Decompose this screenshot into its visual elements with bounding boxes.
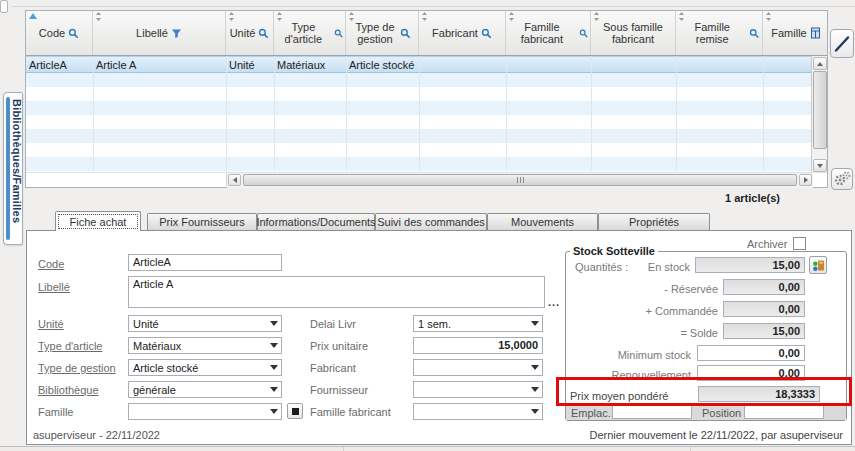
ellipsis-text: ... [548,296,560,308]
column-resize-icon [348,12,355,21]
chevron-down-icon [267,365,281,370]
famille-dropdown[interactable] [128,403,282,420]
delai-livr-label: Delai Livr [310,318,356,330]
search-icon[interactable] [258,28,269,39]
column-header-libelle[interactable]: Libellé [93,11,226,55]
tab-informations-documents[interactable]: Informations/Documents [257,213,375,230]
famille-fabricant-label: Famille fabricant [310,406,391,418]
search-icon[interactable] [749,28,760,39]
bibliotheque-label[interactable]: Bibliothèque [38,384,99,396]
settings-button[interactable] [831,168,853,190]
fournisseur-label: Fournisseur [310,384,368,396]
arrow-left-icon [233,177,237,183]
edit-tool-button[interactable] [830,29,854,58]
horizontal-scrollbar-row [26,172,827,187]
chevron-down-icon [267,409,281,414]
search-icon[interactable] [481,28,492,39]
libelle-textarea[interactable]: Article A [128,276,545,308]
column-header-sous-famille-fabricant[interactable]: Sous famille fabricant [591,11,676,55]
commandee-label: + Commandée [628,305,718,317]
cell-type-gestion: Article stocké [349,59,414,71]
delai-livr-dropdown[interactable]: 1 sem. [413,315,543,332]
reservee-value: 0,00 [723,279,805,295]
unite-dropdown[interactable]: Unité [128,315,282,332]
black-square-icon [292,408,299,415]
column-chooser-icon[interactable] [810,27,821,39]
cell-libelle: Article A [96,59,136,71]
search-icon[interactable] [68,28,79,39]
cell-type-article: Matériaux [277,59,325,71]
type-gestion-dropdown[interactable]: Article stocké [128,359,282,376]
solde-label: = Solde [628,327,718,339]
tab-fiche-achat[interactable]: Fiche achat [55,211,141,231]
column-header-famille-fabricant[interactable]: Famille fabricant [506,11,591,55]
last-movement-stamp: Dernier mouvement le 22/11/2022, par asu… [589,429,843,441]
search-icon[interactable] [334,28,343,39]
grid-header-row: Code Libellé Unité Type d'article Ty [26,11,827,56]
famille-stop-button[interactable] [287,403,303,419]
scroll-left-button[interactable] [228,174,241,186]
scroll-right-button[interactable] [799,174,812,186]
filter-icon[interactable] [171,28,182,39]
search-icon[interactable] [400,28,411,39]
window-edge-chip [0,0,8,13]
vertical-scroll-thumb[interactable] [813,71,827,149]
stock-chart-icon [812,259,825,272]
pen-icon [833,34,851,54]
code-input[interactable]: ArticleA [128,254,282,271]
famille-fabricant-dropdown[interactable] [413,403,543,420]
tab-prix-fournisseurs[interactable]: Prix Fournisseurs [147,213,257,230]
stock-detail-button[interactable] [809,256,827,274]
renouvellement-input[interactable]: 0,00 [697,365,805,381]
code-label[interactable]: Code [38,258,64,270]
column-header-type-gestion[interactable]: Type de gestion [346,11,419,55]
type-article-label[interactable]: Type d'article [38,340,102,352]
emplac-input[interactable] [612,405,692,419]
reservee-label: - Réservée [628,283,718,295]
column-header-unite[interactable]: Unité [226,11,274,55]
scroll-down-button[interactable] [813,159,827,172]
prix-unitaire-input[interactable]: 15,0000 [413,337,543,354]
type-gestion-label[interactable]: Type de gestion [38,362,116,374]
article-count: 1 article(s) [600,192,780,204]
cell-code: ArticleA [29,59,67,71]
column-resize-icon [95,12,102,21]
scroll-up-button[interactable] [813,57,827,70]
tab-proprietes[interactable]: Propriétés [598,213,710,230]
horizontal-scroll-thumb[interactable] [243,174,797,186]
column-header-famille[interactable]: Famille [763,11,829,55]
search-icon[interactable] [579,28,588,39]
type-article-dropdown[interactable]: Matériaux [128,337,282,354]
horizontal-scrollbar[interactable] [226,173,813,188]
gears-icon [834,171,851,187]
tab-mouvements[interactable]: Mouvements [487,213,598,230]
column-header-fabricant[interactable]: Fabricant [419,11,506,55]
renouvellement-label: Renouvellement [601,369,691,381]
fabricant-dropdown[interactable] [413,359,543,376]
prix-unitaire-label: Prix unitaire [310,340,368,352]
tab-suivi-des-commandes[interactable]: Suivi des commandes [375,213,487,230]
chevron-down-icon [528,321,542,326]
sidebar-tab-bibliotheques-familles[interactable]: Bibliothèques/Familles [3,92,23,245]
vertical-scrollbar[interactable] [811,56,827,173]
solde-value: 15,00 [723,323,805,339]
bottom-strip [0,446,855,451]
tab-accent-stripe [6,97,10,240]
bibliotheque-dropdown[interactable]: générale [128,381,282,398]
position-input[interactable] [744,405,824,419]
column-resize-icon [421,12,428,21]
fournisseur-dropdown[interactable] [413,381,543,398]
column-header-type-article[interactable]: Type d'article [274,11,346,55]
archiver-checkbox[interactable] [793,237,806,250]
chevron-down-icon [267,387,281,392]
minimum-stock-input[interactable]: 0,00 [697,345,805,361]
column-header-famille-remise[interactable]: Famille remise [676,11,763,55]
sort-ascending-icon [29,13,37,19]
column-resize-icon [765,12,772,21]
unite-label[interactable]: Unité [38,318,64,330]
libelle-label[interactable]: Libellé [38,281,70,293]
column-header-code[interactable]: Code [26,11,93,55]
arrow-down-icon [817,164,823,168]
top-divider [12,6,855,7]
commandee-value: 0,00 [723,301,805,317]
